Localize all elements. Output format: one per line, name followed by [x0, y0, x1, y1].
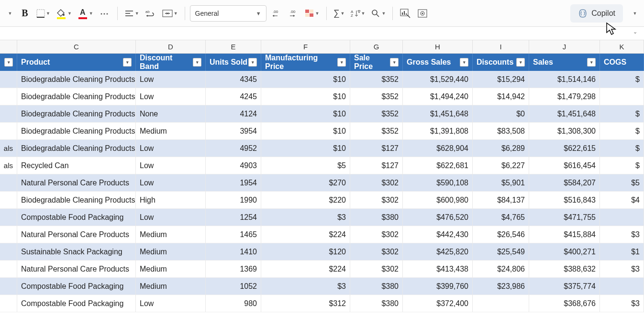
cell[interactable]: Low: [136, 209, 206, 226]
cell[interactable]: $399,760: [403, 278, 473, 295]
cell[interactable]: Natural Personal Care Products: [17, 174, 136, 192]
cell[interactable]: $622,615: [529, 140, 600, 157]
filter-button[interactable]: ▾: [460, 58, 468, 67]
cell[interactable]: Medium: [136, 243, 206, 261]
cell[interactable]: $120: [261, 243, 350, 261]
table-row[interactable]: Compostable Food PackagingMedium1052$3$3…: [0, 278, 644, 295]
cell[interactable]: $: [600, 71, 644, 88]
cell[interactable]: [0, 243, 17, 261]
cell[interactable]: Natural Personal Care Products: [17, 226, 136, 243]
cell[interactable]: $380: [350, 209, 403, 226]
cell[interactable]: $600,980: [403, 192, 473, 209]
cell[interactable]: 1254: [206, 209, 261, 226]
cell[interactable]: $1,479,298: [529, 88, 600, 105]
cell[interactable]: [0, 192, 17, 209]
ribbon-collapse-chevron[interactable]: ▼: [629, 4, 640, 23]
cell[interactable]: 4952: [206, 140, 261, 157]
cell[interactable]: Compostable Food Packaging: [17, 209, 136, 226]
table-row[interactable]: Compostable Food PackagingLow980$312$380…: [0, 295, 644, 312]
cell[interactable]: [0, 209, 17, 226]
cell[interactable]: $3: [261, 209, 350, 226]
column-header-C[interactable]: C: [17, 40, 136, 53]
cell[interactable]: $302: [350, 226, 403, 243]
cell[interactable]: Low: [136, 174, 206, 192]
prev-split-dropdown[interactable]: ▼: [4, 4, 15, 23]
cell[interactable]: 4245: [206, 88, 261, 105]
cell[interactable]: $388,632: [529, 261, 600, 278]
cell[interactable]: Recycled Can: [17, 157, 136, 174]
sort-filter-button[interactable]: AZ ▼: [349, 4, 367, 23]
filter-button[interactable]: ▾: [193, 58, 201, 67]
cell[interactable]: $616,454: [529, 157, 600, 174]
cell[interactable]: $1,451,648: [529, 105, 600, 123]
cell[interactable]: Medium: [136, 123, 206, 140]
cell[interactable]: $10: [261, 140, 350, 157]
column-header-K[interactable]: K: [600, 40, 644, 53]
table-row[interactable]: Biodegradable Cleaning ProductsLow4345$1…: [0, 71, 644, 88]
cell[interactable]: $23,986: [473, 278, 529, 295]
cell[interactable]: [600, 209, 644, 226]
cell[interactable]: $224: [261, 261, 350, 278]
cell[interactable]: 3954: [206, 123, 261, 140]
borders-button[interactable]: ▼: [34, 4, 52, 23]
cell[interactable]: $4,765: [473, 209, 529, 226]
cell[interactable]: $10: [261, 88, 350, 105]
merge-center-button[interactable]: ▼: [160, 4, 180, 23]
cell[interactable]: [0, 174, 17, 192]
cell[interactable]: Low: [136, 71, 206, 88]
cell[interactable]: $3: [600, 226, 644, 243]
cell[interactable]: [0, 123, 17, 140]
cell[interactable]: $628,904: [403, 140, 473, 157]
cell[interactable]: $1,514,146: [529, 71, 600, 88]
header-mfg-price[interactable]: Manufacturing Price ▾: [261, 54, 350, 71]
increase-decimal-button[interactable]: .00: [268, 4, 284, 23]
column-header-H[interactable]: H: [403, 40, 473, 53]
cell[interactable]: 980: [206, 295, 261, 312]
cell[interactable]: $352: [350, 88, 403, 105]
cell[interactable]: $372,400: [403, 295, 473, 312]
header-sales[interactable]: Sales ▾: [529, 54, 600, 71]
table-row[interactable]: alsRecycled CanLow4903$5$127$622,681$6,2…: [0, 157, 644, 174]
filter-button[interactable]: ▾: [587, 58, 596, 67]
table-row[interactable]: Biodegradable Cleaning ProductsNone4124$…: [0, 105, 644, 123]
cell[interactable]: [0, 278, 17, 295]
cell[interactable]: $476,520: [403, 209, 473, 226]
cell[interactable]: $302: [350, 243, 403, 261]
cell[interactable]: $0: [473, 105, 529, 123]
cell[interactable]: Biodegradable Cleaning Products: [17, 105, 136, 123]
cell[interactable]: Sustainable Snack Packaging: [17, 243, 136, 261]
cell[interactable]: $6,289: [473, 140, 529, 157]
cell[interactable]: $127: [350, 140, 403, 157]
filter-button[interactable]: ▾: [337, 58, 346, 67]
cell[interactable]: Biodegradable Cleaning Products: [17, 88, 136, 105]
cell[interactable]: $471,755: [529, 209, 600, 226]
font-color-button[interactable]: A ▼: [76, 4, 95, 23]
cell[interactable]: Low: [136, 295, 206, 312]
cell[interactable]: [0, 295, 17, 312]
cell[interactable]: Biodegradable Cleaning Products: [17, 192, 136, 209]
cell[interactable]: 1052: [206, 278, 261, 295]
column-header-blank[interactable]: [0, 40, 17, 53]
cell[interactable]: 4903: [206, 157, 261, 174]
cell[interactable]: $352: [350, 71, 403, 88]
cell[interactable]: $220: [261, 192, 350, 209]
cell[interactable]: None: [136, 105, 206, 123]
cell[interactable]: $1,494,240: [403, 88, 473, 105]
cell[interactable]: $15,294: [473, 71, 529, 88]
cell[interactable]: $5,901: [473, 174, 529, 192]
cell[interactable]: [0, 88, 17, 105]
cell[interactable]: $302: [350, 174, 403, 192]
find-select-button[interactable]: ▼: [369, 4, 388, 23]
cell[interactable]: Biodegradable Cleaning Products: [17, 123, 136, 140]
cell[interactable]: $270: [261, 174, 350, 192]
number-format-dropdown[interactable]: General ▼: [190, 5, 266, 22]
cell[interactable]: $84,137: [473, 192, 529, 209]
cell[interactable]: $14,942: [473, 88, 529, 105]
table-row[interactable]: alsBiodegradable Cleaning ProductsLow495…: [0, 140, 644, 157]
cell[interactable]: $3: [600, 295, 644, 312]
table-row[interactable]: Natural Personal Care ProductsLow1954$27…: [0, 174, 644, 192]
cell[interactable]: $26,546: [473, 226, 529, 243]
wrap-text-button[interactable]: ab: [143, 4, 158, 23]
filter-button[interactable]: ▾: [123, 58, 132, 67]
header-discounts[interactable]: Discounts ▾: [473, 54, 529, 71]
